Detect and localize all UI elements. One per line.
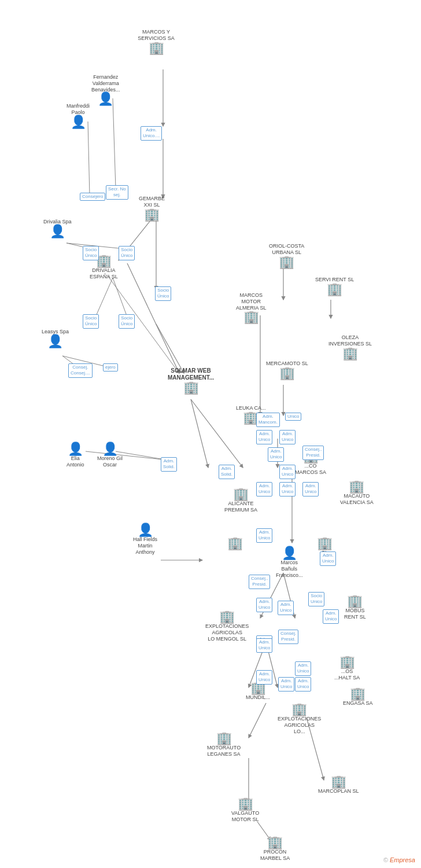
role-adm-mancom: Adm.Mancom. xyxy=(256,413,280,427)
building-icon: 🏢 xyxy=(216,732,232,745)
building-icon: 🏢 xyxy=(238,797,253,810)
node-os-halt: 🏢 ...OS...HALT SA xyxy=(334,656,360,681)
building-icon: 🏢 xyxy=(331,775,346,788)
role-socio-unico-3: SocioÚnico xyxy=(83,314,99,329)
role-adm-unico-12: Adm.Unico xyxy=(256,598,272,612)
node-oriol-costa: ORIOL-COSTAURBANA SL 🏢 xyxy=(269,243,304,269)
building-icon: 🏢 xyxy=(350,687,365,700)
building-icon: 🏢 xyxy=(317,537,333,550)
node-manfreddi: ManfreddiPaolo 👤 xyxy=(67,103,90,128)
role-adm-unico-10: Adm.Unico xyxy=(320,551,336,566)
svg-line-13 xyxy=(127,263,179,373)
person-icon: 👤 xyxy=(71,116,86,128)
role-adm-unico-4: Adm.Unico xyxy=(268,447,284,462)
role-adm-unico-5: Adm.Unico xyxy=(279,465,296,479)
role-socio-unico-1: SocioÚnico xyxy=(83,246,99,260)
building-icon: 🏢 xyxy=(342,347,358,360)
role-consej-presid-3: Consej.Presid. xyxy=(278,630,298,644)
role-adm-unico-9: Adm.Unico xyxy=(256,528,272,543)
building-icon-highlight: 🏢 xyxy=(183,381,199,394)
node-solmar: SOLMAR WEB MANAGEMENT... 🏢 xyxy=(165,367,217,394)
network-diagram: MARCOS Y SERVICIOS SA 🏢 GEMARBEXXI SL 🏢 … xyxy=(0,0,421,868)
person-icon: 👤 xyxy=(98,93,113,105)
node-mobus: 🏢 MOBUSRENT SL xyxy=(344,595,366,620)
role-socio-unico-4: SocioÚnico xyxy=(119,314,135,329)
svg-line-16 xyxy=(191,399,243,468)
node-elia: 👤 EliaAntonio xyxy=(67,443,84,468)
svg-line-8 xyxy=(95,278,113,317)
svg-line-15 xyxy=(191,399,208,468)
node-explot-lo: 🏢 EXPLOTACIONESAGRICOLASLO... xyxy=(278,703,321,734)
role-adm-unico-15: Adm.Unico xyxy=(295,661,311,676)
building-icon: 🏢 xyxy=(267,836,283,849)
role-adm-unico-18: Adm.Unico xyxy=(295,677,311,692)
svg-line-12 xyxy=(156,324,184,373)
node-servi-rent: SERVI RENT SL 🏢 xyxy=(315,277,354,296)
node-mercamoto: MERCAMOTO SL 🏢 xyxy=(266,361,308,380)
role-socio-unico-2: SocioÚnico xyxy=(119,246,135,260)
role-consej-presid-1: Consej..Presid. xyxy=(302,446,324,460)
role-adm-unico-7: Adm.Unico xyxy=(279,482,296,496)
person-icon: 👤 xyxy=(138,524,153,536)
role-socio-unico-5: SocioÚnico xyxy=(155,286,171,301)
person-icon: 👤 xyxy=(47,335,63,348)
role-consej-presid-2: Consej..Presid. xyxy=(249,575,270,589)
role-adm-unico-11: Adm.Unico xyxy=(278,601,294,615)
building-icon: 🏢 xyxy=(219,610,235,623)
role-socio-unico-r: SocioUnico xyxy=(308,592,324,606)
role-adm-unico-14: Adm.Unico xyxy=(256,638,272,653)
watermark: © Empresa xyxy=(383,856,415,863)
person-icon: 👤 xyxy=(282,547,297,560)
node-drivalia-spa: Drivalia Spa 👤 xyxy=(43,219,72,238)
role-adm-solid-2: Adm.Solid. xyxy=(219,465,235,479)
role-adm-unico-16: Adm.Unico xyxy=(256,670,272,685)
node-valgauto: 🏢 VALGAUTOMOTOR SL xyxy=(231,797,259,823)
building-icon: 🏢 xyxy=(291,703,307,716)
node-moreno: 👤 Moreno GilOscar xyxy=(97,443,123,468)
building-icon: 🏢 xyxy=(339,656,355,668)
person-icon: 👤 xyxy=(50,225,65,238)
node-fernandez: FernandezValderramaBenavides... 👤 xyxy=(91,74,120,105)
role-adm-unico-r2: Adm.Unico xyxy=(323,609,339,624)
node-marcos-y-servicios: MARCOS Y SERVICIOS SA 🏢 xyxy=(133,29,179,54)
building-icon: 🏢 xyxy=(144,208,160,221)
role-adm-unico-6: Adm.Unico xyxy=(256,482,272,496)
node-hall-fields: 👤 Hall FieldsMartinAnthony xyxy=(133,524,157,555)
node-leasys: Leasys Spa 👤 xyxy=(42,329,69,348)
node-procon: 🏢 PROCONMARBEL SA xyxy=(260,836,290,862)
building-icon: 🏢 xyxy=(233,488,249,501)
node-marcos-bañuls: 👤 MarcosBañulsFrancisco... xyxy=(276,547,303,578)
role-consej-1: Consej.Consej.... xyxy=(68,363,93,378)
role-consejero: Consejero xyxy=(80,193,105,201)
building-icon: 🏢 xyxy=(349,480,364,493)
role-secr: Secr. Nosej. xyxy=(106,185,128,200)
node-marcoplan: 🏢 MARCOPLAN SL xyxy=(318,775,359,795)
node-oleza: OLEZAINVERSIONES SL 🏢 xyxy=(328,334,372,360)
node-company-left: 🏢 xyxy=(227,537,243,550)
svg-line-18 xyxy=(116,451,168,460)
person-icon: 👤 xyxy=(68,443,83,455)
node-gemarbe: GEMARBEXXI SL 🏢 xyxy=(139,196,165,221)
node-marcos-motor: MARCOSMOTORALMERIA SL 🏢 xyxy=(236,292,267,323)
building-icon: 🏢 xyxy=(279,256,294,269)
node-motorauto: 🏢 MOTORAUTOLEGANES SA xyxy=(207,732,241,757)
role-adm-unico-2: Adm.Unico xyxy=(256,430,272,444)
node-alicante-premium: 🏢 ALICANTEPREMIUM SA xyxy=(224,488,257,513)
role-ejero: ejero xyxy=(103,363,118,372)
svg-line-3 xyxy=(88,122,90,196)
node-explot-mengol: 🏢 EXPLOTACIONESAGRICOLASLO MENGOL SL xyxy=(205,610,249,642)
building-icon: 🏢 xyxy=(279,367,295,380)
role-adm-unico-3: Adm.Unico xyxy=(279,430,296,444)
role-adm-unico-17: Adm.Unico xyxy=(278,677,294,692)
role-adm-unico-8: Adm.Unico xyxy=(302,482,319,496)
node-engasa: 🏢 ENGASA SA xyxy=(343,687,373,707)
svg-line-30 xyxy=(249,703,266,738)
building-icon: 🏢 xyxy=(227,537,243,550)
role-adm-solid-1: Adm.Solid. xyxy=(161,457,177,472)
node-macauto: 🏢 MACAUTOVALENCIA SA xyxy=(340,480,374,506)
role-adm-unico-1: Adm.Unico.... xyxy=(141,126,162,141)
node-mundil: 🏢 MUNDIL... xyxy=(246,682,270,701)
person-icon: 👤 xyxy=(102,443,118,455)
building-icon: 🏢 xyxy=(347,595,363,608)
building-icon: 🏢 xyxy=(149,42,164,54)
